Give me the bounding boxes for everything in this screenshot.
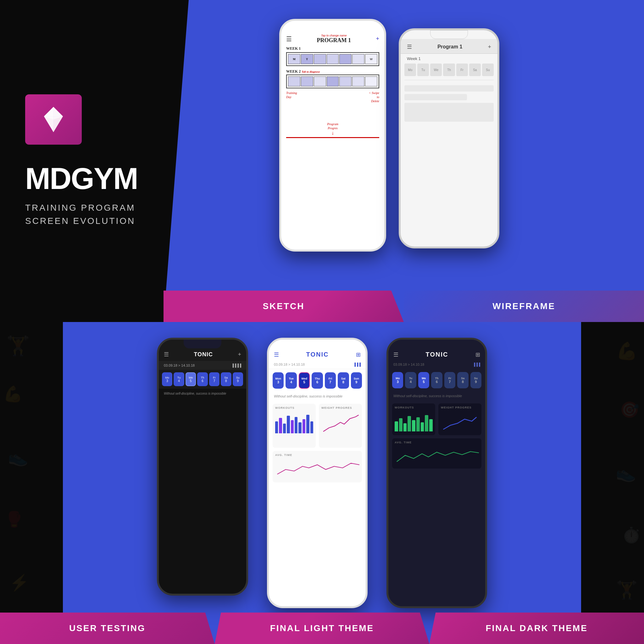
dark-weight-chart: WEIGHT PROGRES: [438, 403, 481, 435]
weight-chart: WEIGHT PROGRES: [319, 404, 362, 448]
day-sa: Sa8: [457, 372, 468, 388]
add-icon: +: [488, 44, 491, 50]
wf-day-th: Th: [443, 64, 455, 76]
day-thu: Thu6: [312, 372, 323, 389]
label-user-testing: USER TESTING: [0, 613, 215, 644]
top-phones-container: ☰ Tap to change name PROGRAM 1 + WEEK 1 …: [141, 0, 638, 305]
label-final-dark: FINAL DARK THEME: [429, 613, 644, 644]
dark-avg-time-chart-container: AVG. TIME: [388, 438, 485, 472]
menu-icon: ☰: [164, 351, 169, 358]
phone-notch: [430, 30, 468, 39]
day-sa: Sa8: [221, 372, 231, 386]
day-we: We5: [186, 372, 196, 386]
wf-day-mo: Mo: [404, 64, 416, 76]
bottom-labels-bar: USER TESTING FINAL LIGHT THEME FINAL DAR…: [0, 613, 644, 644]
days-row: Mo3 Tu4 We5 Th6 Fr7 Sa8 Su9: [388, 369, 485, 391]
day-su: Su9: [233, 372, 243, 386]
wireframe-title: Program 1: [412, 44, 488, 50]
day-fri: Fri7: [325, 372, 336, 389]
light-screen: ☰ TONIC ⊞ 03.09.18 > 14.10.18 ▐▐▐ Mon3 T…: [269, 340, 366, 606]
motivational-quote: Without self-discipline, success is impo…: [159, 389, 246, 398]
day-sat: Sat8: [338, 372, 349, 389]
dark-avg-time-chart: AVG. TIME: [392, 438, 481, 469]
wf-day-fr: Fr: [456, 64, 468, 76]
wf-day-tu: Tu: [417, 64, 429, 76]
wireframe-week: Week 1: [401, 54, 497, 62]
label-final-light: FINAL LIGHT THEME: [215, 613, 430, 644]
day-su: Su9: [470, 372, 481, 388]
wireframe-header: ☰ Program 1 +: [401, 39, 497, 54]
day-mo: Mo3: [162, 372, 172, 386]
wf-day-we: We: [430, 64, 442, 76]
weight-line-chart: [321, 411, 359, 433]
wf-day-sa: Sa: [469, 64, 481, 76]
test-screen: ☰ TONIC + 03.09.18 > 14.10.18 ▐▐▐▐ Mo3 T…: [159, 340, 246, 594]
motivational-quote: Without self-discipline, success is impo…: [388, 391, 485, 400]
label-sketch: SKETCH: [164, 291, 404, 322]
add-icon: +: [238, 351, 241, 358]
dark-charts-row: WORKOUTS: [388, 400, 485, 438]
days-row: Mon3 Tue4 Wed5 Thu6 Fri7 Sat8 Sun9: [269, 369, 366, 392]
light-theme-phone: ☰ TONIC ⊞ 03.09.18 > 14.10.18 ▐▐▐ Mon3 T…: [267, 338, 368, 608]
program-title: TONIC: [306, 351, 329, 358]
days-row: Mo3 Tu4 We5 Th6 Fr7 Sa8 Su9: [159, 370, 246, 389]
charts-row-1: WORKOUTS: [269, 401, 366, 451]
day-we: We5: [418, 372, 429, 388]
day-tue: Tue4: [286, 372, 297, 389]
phone-notch: [314, 21, 352, 30]
wf-day-su: Su: [482, 64, 494, 76]
phone-notch: [298, 340, 336, 348]
bottom-phones-container: ☰ TONIC + 03.09.18 > 14.10.18 ▐▐▐▐ Mo3 T…: [0, 322, 644, 618]
workouts-chart: WORKOUTS: [273, 404, 316, 448]
top-labels-bar: SKETCH WIREFRAME: [164, 291, 644, 322]
calendar-icon: ⊞: [356, 351, 361, 358]
day-wed: Wed5: [299, 372, 310, 389]
sketch-phone: ☰ Tap to change name PROGRAM 1 + WEEK 1 …: [279, 19, 386, 252]
logo-icon: [38, 104, 69, 135]
sketch-header: ☰ Tap to change name PROGRAM 1 +: [286, 34, 379, 44]
day-mon: Mon3: [273, 372, 284, 389]
bottom-section: 🏋️ 💪 👟 🥊 ⚡ 💪 🎯 👟 ⏱️ 🏋️ ☰ TONIC + 03.09.1…: [0, 322, 644, 644]
day-th: Th6: [431, 372, 442, 388]
date-range-bar: 03.09.18 > 14.10.18 ▐▐▐▐: [159, 361, 246, 370]
day-mo: Mo3: [392, 372, 403, 388]
menu-icon: ☰: [407, 43, 412, 50]
top-section: 🏋️ ⚡ 💪 🕐 👟 🥊 🏋️ 💪 🎯 👟 ⏱️ 🏋️ 💪 MDGYM: [0, 0, 644, 322]
avg-time-chart: AVG. TIME: [273, 451, 362, 482]
date-range-bar: 03.09.18 > 14.10.18 ▐▐▐: [388, 361, 485, 369]
menu-icon: ☰: [274, 351, 279, 358]
motivational-quote: Without self-discipline, success is impo…: [269, 392, 366, 401]
menu-icon: ☰: [393, 351, 398, 358]
bar-chart-workouts: [275, 411, 313, 433]
sketch-screen: ☰ Tap to change name PROGRAM 1 + WEEK 1 …: [281, 21, 384, 250]
avg-time-line-chart: [275, 458, 359, 477]
phone-notch: [184, 340, 221, 348]
day-th: Th6: [197, 372, 208, 386]
calendar-icon: ⊞: [475, 351, 480, 358]
dark-workouts-chart: WORKOUTS: [392, 403, 435, 435]
wireframe-phone: ☰ Program 1 + Week 1 Mo Tu We Th Fr Sa S…: [399, 28, 499, 248]
wireframe-days: Mo Tu We Th Fr Sa Su: [401, 62, 497, 77]
sketch-week2-grid: [286, 75, 379, 88]
app-subtitle: TRAINING PROGRAM SCREEN EVOLUTION: [25, 201, 135, 228]
date-range-bar: 03.09.18 > 14.10.18 ▐▐▐: [269, 361, 366, 369]
day-fr: Fr7: [444, 372, 455, 388]
app-title: MDGYM: [25, 164, 138, 194]
phone-notch: [418, 340, 456, 348]
day-tu: Tu4: [174, 372, 184, 386]
dark-screen: ☰ TONIC ⊞ 03.09.18 > 14.10.18 ▐▐▐ Mo3 Tu…: [388, 340, 485, 606]
user-testing-phone: ☰ TONIC + 03.09.18 > 14.10.18 ▐▐▐▐ Mo3 T…: [157, 338, 248, 596]
day-sun: Sun9: [351, 372, 362, 389]
day-tu: Tu4: [405, 372, 416, 388]
dark-theme-phone: ☰ TONIC ⊞ 03.09.18 > 14.10.18 ▐▐▐ Mo3 Tu…: [386, 338, 487, 608]
left-branding-panel: MDGYM TRAINING PROGRAM SCREEN EVOLUTION: [0, 0, 164, 322]
sketch-week1-grid: M T W: [286, 52, 379, 66]
label-wireframe: WIREFRAME: [404, 291, 644, 322]
sketch-week1-label: WEEK 1: [286, 46, 379, 51]
program-title: TONIC: [426, 351, 448, 358]
logo-container: [25, 94, 82, 145]
day-fr: Fr7: [209, 372, 219, 386]
program-title: TONIC: [194, 351, 213, 358]
